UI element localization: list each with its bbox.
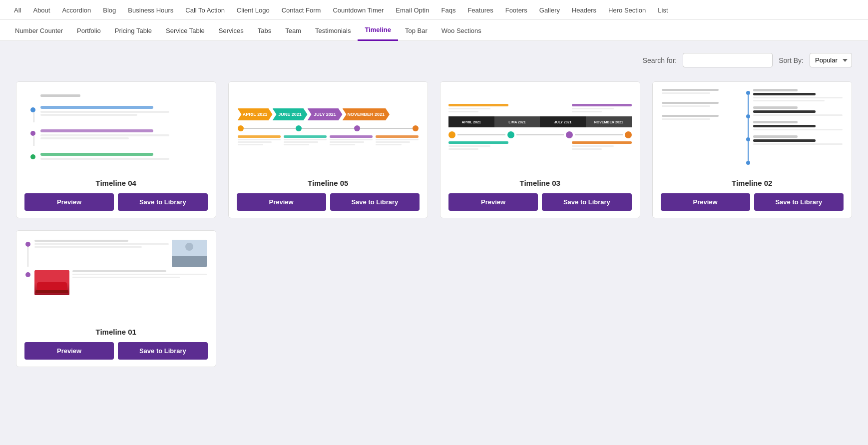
card-info-timeline-03: Timeline 03 Preview Save to Library (440, 172, 640, 218)
tl02-preview (657, 86, 848, 168)
search-sort-bar: Search for: Sort By: Popular Newest Olde… (16, 53, 852, 67)
nav-item-gallery[interactable]: Gallery (533, 0, 566, 20)
search-label: Search for: (643, 56, 677, 64)
nav-item-woo-sections[interactable]: Woo Sections (434, 20, 488, 41)
card-info-timeline-04: Timeline 04 Preview Save to Library (16, 172, 216, 218)
preview-mock-tl04 (16, 82, 216, 172)
nav-item-countdown-timer[interactable]: Countdown Timer (327, 0, 390, 20)
card-actions-timeline-04: Preview Save to Library (24, 193, 208, 211)
nav-row2: Number Counter Portfolio Pricing Table S… (0, 20, 868, 41)
card-info-timeline-05: Timeline 05 Preview Save to Library (229, 172, 428, 218)
nav-item-business-hours[interactable]: Business Hours (122, 0, 179, 20)
card-preview-timeline-03: APRIL 2021 LIMA 2021 JULY 2021 NOVEMBER … (440, 82, 640, 172)
preview-button-timeline-04[interactable]: Preview (24, 193, 114, 211)
card-preview-timeline-04 (16, 82, 216, 172)
nav-item-testimonials[interactable]: Testimonials (308, 20, 358, 41)
nav-item-faqs[interactable]: Faqs (435, 0, 461, 20)
save-button-timeline-02[interactable]: Save to Library (754, 193, 844, 211)
card-title-timeline-04: Timeline 04 (24, 179, 208, 187)
search-input[interactable] (683, 53, 773, 67)
nav-item-pricing-table[interactable]: Pricing Table (108, 20, 159, 41)
card-actions-timeline-05: Preview Save to Library (237, 193, 420, 211)
nav-item-client-logo[interactable]: Client Logo (231, 0, 276, 20)
nav-item-hero-section[interactable]: Hero Section (602, 0, 652, 20)
card-timeline-02: Timeline 02 Preview Save to Library (652, 81, 853, 218)
card-timeline-03: APRIL 2021 LIMA 2021 JULY 2021 NOVEMBER … (440, 81, 640, 218)
save-button-timeline-05[interactable]: Save to Library (330, 193, 420, 211)
nav-item-timeline[interactable]: Timeline (358, 20, 398, 41)
nav-item-tabs[interactable]: Tabs (251, 20, 278, 41)
preview-button-timeline-05[interactable]: Preview (237, 193, 326, 211)
card-actions-timeline-03: Preview Save to Library (448, 193, 632, 211)
tl05-preview: APRIL 2021 JUNE 2021 JULY 2021 NOVEMBER … (233, 103, 424, 150)
nav-item-top-bar[interactable]: Top Bar (398, 20, 434, 41)
nav-item-all[interactable]: All (8, 0, 27, 20)
sort-label: Sort By: (779, 56, 804, 64)
preview-mock-tl02 (653, 82, 852, 172)
card-info-timeline-02: Timeline 02 Preview Save to Library (653, 172, 852, 218)
preview-mock-tl05: APRIL 2021 JUNE 2021 JULY 2021 NOVEMBER … (229, 82, 428, 172)
nav-item-services[interactable]: Services (212, 20, 251, 41)
nav-item-list[interactable]: List (652, 0, 674, 20)
preview-mock-tl03: APRIL 2021 LIMA 2021 JULY 2021 NOVEMBER … (440, 82, 640, 172)
preview-button-timeline-01[interactable]: Preview (24, 342, 114, 360)
card-preview-timeline-02 (653, 82, 852, 172)
card-title-timeline-02: Timeline 02 (661, 179, 844, 187)
card-actions-timeline-01: Preview Save to Library (24, 342, 208, 360)
nav-item-features[interactable]: Features (461, 0, 499, 20)
card-title-timeline-01: Timeline 01 (24, 328, 208, 336)
card-title-timeline-05: Timeline 05 (237, 179, 420, 187)
card-preview-timeline-01 (16, 231, 216, 321)
nav-item-team[interactable]: Team (278, 20, 308, 41)
save-button-timeline-01[interactable]: Save to Library (118, 342, 207, 360)
cards-grid-row1: Timeline 04 Preview Save to Library APRI… (16, 81, 852, 218)
nav-item-accordion[interactable]: Accordion (56, 0, 97, 20)
nav-item-contact-form[interactable]: Contact Form (276, 0, 327, 20)
save-button-timeline-04[interactable]: Save to Library (118, 193, 207, 211)
nav-item-service-table[interactable]: Service Table (159, 20, 212, 41)
save-button-timeline-03[interactable]: Save to Library (542, 193, 631, 211)
nav-item-number-counter[interactable]: Number Counter (8, 20, 70, 41)
nav-item-about[interactable]: About (27, 0, 56, 20)
cards-grid-row2: Timeline 01 Preview Save to Library (16, 230, 852, 367)
preview-button-timeline-02[interactable]: Preview (661, 193, 750, 211)
nav-item-footers[interactable]: Footers (499, 0, 533, 20)
nav-item-portfolio[interactable]: Portfolio (70, 20, 108, 41)
preview-button-timeline-03[interactable]: Preview (448, 193, 538, 211)
main-content: Search for: Sort By: Popular Newest Olde… (0, 41, 868, 445)
nav-item-call-to-action[interactable]: Call To Action (179, 0, 231, 20)
card-timeline-05: APRIL 2021 JUNE 2021 JULY 2021 NOVEMBER … (228, 81, 429, 218)
card-title-timeline-03: Timeline 03 (448, 179, 632, 187)
sort-select[interactable]: Popular Newest Oldest (810, 53, 852, 67)
preview-mock-tl01 (16, 231, 216, 321)
nav-item-headers[interactable]: Headers (566, 0, 602, 20)
nav-item-email-optin[interactable]: Email Optin (390, 0, 435, 20)
card-actions-timeline-02: Preview Save to Library (661, 193, 844, 211)
card-info-timeline-01: Timeline 01 Preview Save to Library (16, 321, 216, 367)
tl04-preview (20, 89, 212, 165)
card-timeline-04: Timeline 04 Preview Save to Library (16, 81, 216, 218)
card-preview-timeline-05: APRIL 2021 JUNE 2021 JULY 2021 NOVEMBER … (229, 82, 428, 172)
nav-row1: All About Accordion Blog Business Hours … (0, 0, 868, 20)
tl03-preview: APRIL 2021 LIMA 2021 JULY 2021 NOVEMBER … (444, 100, 636, 154)
nav-item-blog[interactable]: Blog (97, 0, 122, 20)
card-timeline-01: Timeline 01 Preview Save to Library (16, 230, 216, 367)
